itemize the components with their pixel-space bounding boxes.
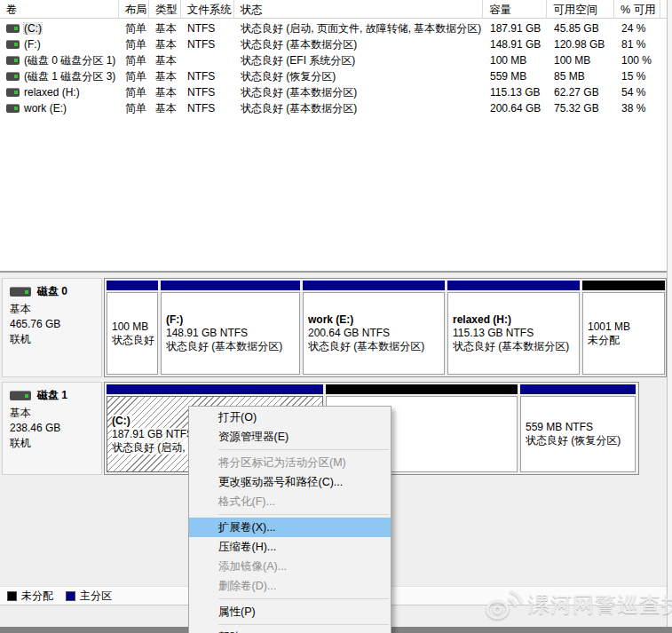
- cell-status: 状态良好 (基本数据分区): [234, 37, 484, 52]
- cell-layout: 简单: [119, 101, 149, 116]
- column-header-capacity[interactable]: 容量: [483, 0, 547, 19]
- disk0-partitions: 100 MB状态良好(F:)148.91 GB NTFS状态良好 (基本数据分区…: [104, 278, 667, 377]
- partition-status: 未分配: [588, 334, 664, 347]
- volume-label: work (E:): [24, 102, 67, 115]
- cell-fs: NTFS: [181, 22, 234, 35]
- menu-item-change-letter[interactable]: 更改驱动器号和路径(C)...: [189, 472, 391, 492]
- disk1-label-panel[interactable]: 磁盘 1 基本 238.46 GB 联机: [2, 382, 102, 475]
- volume-icon: [6, 88, 20, 97]
- partition-title: work (E:): [308, 313, 444, 327]
- partition-status: 状态良好 (基本数据分区): [453, 340, 579, 353]
- disk0-label-panel[interactable]: 磁盘 0 基本 465.76 GB 联机: [2, 278, 102, 377]
- partition[interactable]: (F:)148.91 GB NTFS状态良好 (基本数据分区): [161, 281, 300, 375]
- menu-item-extend-volume[interactable]: 扩展卷(X)...: [189, 518, 391, 537]
- partition-body[interactable]: work (E:)200.64 GB NTFS状态良好 (基本数据分区): [303, 292, 445, 375]
- column-header-type[interactable]: 类型: [149, 0, 181, 19]
- cell-percent: 24 %: [615, 22, 661, 35]
- menu-separator: [218, 514, 389, 515]
- legend-item: 主分区: [66, 589, 112, 604]
- table-row[interactable]: (磁盘 1 磁盘分区 3)简单基本NTFS状态良好 (恢复分区)559 MB85…: [0, 68, 667, 84]
- cell-free: 100 MB: [548, 54, 615, 67]
- table-row[interactable]: relaxed (H:)简单基本NTFS状态良好 (基本数据分区)115.13 …: [0, 84, 667, 100]
- column-header-percent[interactable]: % 可用: [614, 0, 660, 19]
- cell-capacity: 115.13 GB: [484, 86, 548, 99]
- cell-free: 85 MB: [548, 70, 615, 83]
- menu-item-mark-active: 将分区标记为活动分区(M): [189, 453, 391, 472]
- column-header-filler: [660, 0, 667, 19]
- menu-item-shrink-volume[interactable]: 压缩卷(H)...: [189, 537, 391, 557]
- cell-status: 状态良好 (基本数据分区): [234, 101, 484, 116]
- menu-separator: [218, 598, 389, 599]
- cell-volume: work (E:): [0, 102, 119, 115]
- partition-body[interactable]: 1001 MB未分配: [582, 292, 665, 375]
- disk-name: 磁盘 0: [37, 284, 67, 299]
- partition-body[interactable]: (F:)148.91 GB NTFS状态良好 (基本数据分区): [161, 292, 300, 375]
- cell-layout: 简单: [119, 69, 149, 84]
- partition-size: 100 MB: [112, 320, 157, 334]
- partition[interactable]: 100 MB状态良好: [107, 281, 158, 375]
- cell-type: 基本: [149, 37, 181, 52]
- cell-fs: NTFS: [181, 38, 234, 51]
- partition[interactable]: 1001 MB未分配: [582, 281, 665, 375]
- disk-size: 238.46 GB: [10, 421, 101, 436]
- menu-item-open[interactable]: 打开(O): [189, 407, 391, 427]
- menu-item-explorer[interactable]: 资源管理器(E): [189, 427, 391, 447]
- menu-item-help[interactable]: 帮助(H): [189, 628, 391, 633]
- partition[interactable]: 559 MB NTFS状态良好 (恢复分区): [520, 384, 636, 472]
- column-header-free[interactable]: 可用空间: [547, 0, 614, 19]
- cell-layout: 简单: [119, 85, 149, 100]
- column-header-volume[interactable]: 卷: [0, 0, 119, 19]
- partition-header-primary: [447, 281, 580, 290]
- cell-fs: NTFS: [181, 102, 234, 115]
- menu-item-properties[interactable]: 属性(P): [189, 602, 391, 621]
- volume-label: relaxed (H:): [24, 86, 80, 99]
- cell-capacity: 187.91 GB: [484, 22, 548, 35]
- partition[interactable]: work (E:)200.64 GB NTFS状态良好 (基本数据分区): [303, 281, 445, 375]
- cell-fs: NTFS: [181, 86, 234, 99]
- cell-status: 状态良好 (EFI 系统分区): [234, 53, 484, 68]
- column-header-layout[interactable]: 布局: [119, 0, 149, 19]
- cell-type: 基本: [149, 53, 181, 68]
- disk-icon: [10, 391, 31, 400]
- cell-percent: 38 %: [615, 102, 661, 115]
- cell-free: 62.27 GB: [548, 86, 615, 99]
- partition-title: (F:): [166, 313, 299, 327]
- menu-separator: [218, 624, 389, 625]
- menu-separator: [218, 449, 389, 450]
- partition-body[interactable]: 559 MB NTFS状态良好 (恢复分区): [520, 396, 636, 472]
- table-row[interactable]: (磁盘 0 磁盘分区 1)简单基本状态良好 (EFI 系统分区)100 MB10…: [0, 52, 667, 68]
- partition-body[interactable]: relaxed (H:)115.13 GB NTFS状态良好 (基本数据分区): [447, 292, 580, 375]
- cell-volume: (C:): [0, 22, 119, 35]
- partition[interactable]: relaxed (H:)115.13 GB NTFS状态良好 (基本数据分区): [447, 281, 580, 375]
- partition-status: 状态良好 (恢复分区): [526, 434, 635, 447]
- disk-status: 联机: [10, 436, 101, 451]
- partition-status: 状态良好: [112, 334, 157, 347]
- partition-size: 200.64 GB NTFS: [308, 327, 444, 340]
- volume-label: (C:): [24, 22, 42, 35]
- legend-item: 未分配: [7, 589, 53, 604]
- cell-free: 120.98 GB: [548, 38, 615, 51]
- partition-status: 状态良好 (基本数据分区): [308, 340, 444, 353]
- table-row[interactable]: (C:)简单基本NTFS状态良好 (启动, 页面文件, 故障转储, 基本数据分区…: [0, 20, 667, 36]
- pane-splitter[interactable]: [0, 269, 672, 276]
- column-header-status[interactable]: 状态: [234, 0, 484, 19]
- table-row[interactable]: work (E:)简单基本NTFS状态良好 (基本数据分区)200.64 GB7…: [0, 100, 667, 116]
- window-right-margin: [668, 0, 672, 633]
- table-row[interactable]: (F:)简单基本NTFS状态良好 (基本数据分区)148.91 GB120.98…: [0, 36, 667, 52]
- legend-label: 主分区: [80, 589, 112, 604]
- menu-item-delete-volume: 删除卷(D)...: [189, 576, 391, 596]
- cell-status: 状态良好 (启动, 页面文件, 故障转储, 基本数据分区): [234, 21, 484, 36]
- cell-layout: 简单: [119, 37, 149, 52]
- cell-volume: (磁盘 0 磁盘分区 1): [0, 53, 119, 68]
- cell-layout: 简单: [119, 21, 149, 36]
- disk-type: 基本: [10, 406, 101, 421]
- cell-fs: NTFS: [181, 70, 234, 83]
- volume-icon: [6, 56, 20, 65]
- column-header-fs[interactable]: 文件系统: [181, 0, 234, 19]
- cell-status: 状态良好 (恢复分区): [234, 69, 484, 84]
- disk-name: 磁盘 1: [37, 388, 67, 403]
- partition-size: 187.91 GB NTFS: [112, 428, 195, 441]
- cell-percent: 100 %: [615, 54, 661, 67]
- partition-header-primary: [303, 281, 445, 290]
- partition-body[interactable]: 100 MB状态良好: [107, 292, 158, 375]
